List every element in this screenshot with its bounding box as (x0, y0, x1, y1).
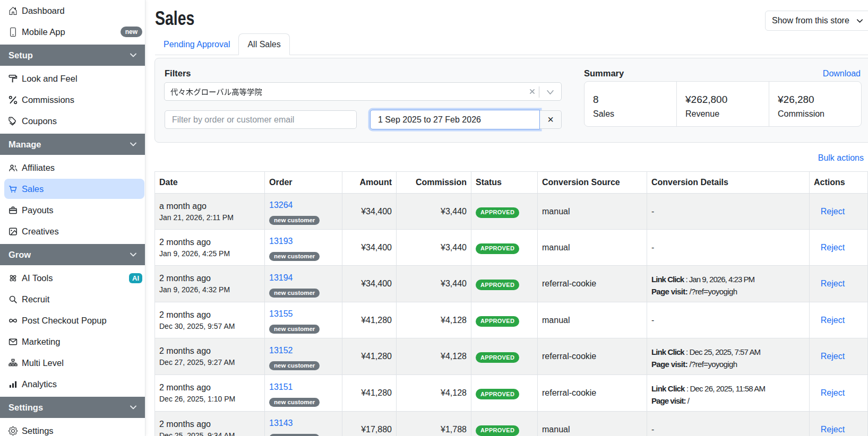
svg-text:Link Click : Jan 9, 2026, 4:23: Link Click : Jan 9, 2026, 4:23 PM (651, 275, 755, 284)
svg-text:Link Click : Dec 26, 2025, 11:: Link Click : Dec 26, 2025, 11:58 AM (651, 384, 766, 393)
svg-text:Page visit: /?ref=yoyogigh: Page visit: /?ref=yoyogigh (651, 360, 737, 369)
svg-text:Link Click : Dec 25, 2025, 7:5: Link Click : Dec 25, 2025, 7:57 AM (651, 347, 761, 356)
svg-text:Page visit: /?ref=yoyogigh: Page visit: /?ref=yoyogigh (651, 287, 737, 296)
svg-text:Page visit: /: Page visit: / (651, 396, 690, 405)
